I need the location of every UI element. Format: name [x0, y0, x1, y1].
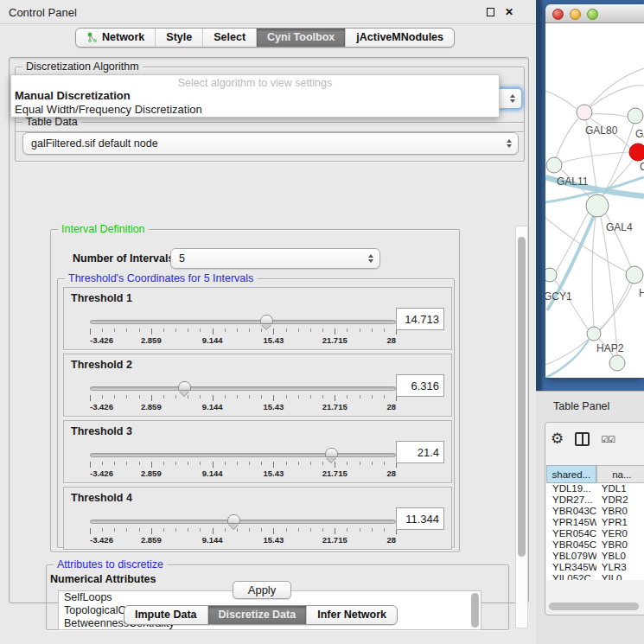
tab-label: Discretize Data [219, 609, 296, 621]
network-icon [86, 32, 98, 43]
cell[interactable]: YER054C [546, 528, 596, 539]
cell[interactable]: YDR2 [596, 494, 644, 506]
network-node-gal11[interactable] [546, 157, 562, 173]
tab-select[interactable]: Select [203, 29, 257, 47]
threshold-slider[interactable] [90, 320, 396, 325]
cell[interactable]: YBR043C [546, 506, 596, 517]
cell[interactable]: YPR1 [596, 517, 644, 528]
float-square-glyph [487, 8, 494, 16]
split-columns-icon[interactable] [575, 432, 590, 446]
cell[interactable]: YLR3 [596, 562, 644, 573]
cell[interactable]: YER0 [596, 528, 644, 539]
cell[interactable]: YBL079W [546, 551, 596, 562]
tick-label: -3.426 [90, 469, 113, 478]
threshold-value-field[interactable]: 6.316 [396, 374, 444, 397]
apply-button[interactable]: Apply [233, 581, 291, 599]
threshold-slider[interactable] [90, 453, 396, 458]
table-row[interactable]: YBR043CYBR0 [546, 506, 644, 517]
table-row[interactable]: YDR27...YDR2 [546, 494, 644, 506]
network-node-gal4[interactable] [586, 194, 609, 217]
table-row[interactable]: YIL052CYIL0 [546, 573, 644, 580]
slider-thumb[interactable] [227, 514, 240, 524]
table-row[interactable]: YPR145WYPR1 [546, 517, 644, 528]
tick-label: 28 [386, 469, 396, 478]
node-label: GA [635, 128, 644, 140]
tab-cyni-toolbox[interactable]: Cyni Toolbox [257, 29, 346, 47]
tick-label: 9.144 [202, 535, 223, 545]
cell[interactable]: YIL052C [546, 573, 596, 580]
cell[interactable]: YDL1 [596, 483, 644, 494]
scrollbar-thumb[interactable] [549, 603, 639, 610]
slider-thumb[interactable] [260, 315, 273, 324]
tab-jactivemnodules[interactable]: jActiveMNodules [346, 29, 454, 47]
popup-placeholder: Select algorithm to view settings [11, 75, 499, 89]
tick-label: 21.715 [322, 335, 348, 345]
scrollbar-thumb[interactable] [518, 237, 526, 557]
threshold-value-field[interactable]: 14.713 [396, 308, 444, 330]
cell[interactable]: YDR27... [546, 494, 596, 506]
threshold-value-field[interactable]: 11.344 [396, 507, 444, 530]
cell[interactable]: YBR0 [596, 539, 644, 551]
slider-track[interactable] [90, 386, 396, 391]
list-scrollbar-thumb[interactable] [471, 593, 479, 628]
column-header-shared-name[interactable]: shared... [546, 465, 596, 483]
slider-track[interactable] [90, 520, 396, 524]
cell[interactable]: YBR045C [546, 539, 596, 551]
numerical-attributes-label: Numerical Attributes [50, 573, 156, 585]
network-window-titlebar[interactable] [545, 4, 644, 23]
group-title: Table Data [22, 116, 81, 128]
tab-discretize-data[interactable]: Discretize Data [208, 606, 308, 624]
gear-icon[interactable]: ⚙ [551, 431, 564, 447]
tab-impute-data[interactable]: Impute Data [124, 606, 208, 624]
network-node-gal80[interactable] [577, 105, 592, 120]
checkbox-columns-icon[interactable]: ☑☑ [601, 435, 615, 444]
threshold-label: Threshold 4 [71, 492, 132, 504]
app-root: { "control_panel": { "title": "Control P… [0, 0, 644, 644]
network-canvas[interactable]: GAL80 GA C GAL11 GAL4 GCY1 H HAP2 [545, 23, 644, 378]
table-data-combobox[interactable]: galFiltered.sif default node [22, 132, 519, 155]
threshold-slider[interactable] [90, 520, 396, 525]
table-row[interactable]: YBR045CYBR0 [546, 539, 644, 551]
network-node-gcy1[interactable] [545, 268, 557, 282]
cell[interactable]: YLR345W [546, 562, 596, 573]
slider-thumb[interactable] [325, 448, 338, 457]
zoom-traffic-light-icon[interactable] [587, 9, 598, 20]
tick-label: 2.859 [141, 535, 162, 545]
number-of-intervals-combobox[interactable]: 5 [170, 248, 380, 269]
cell[interactable]: YDL19... [546, 483, 596, 494]
cell[interactable]: YBL0 [596, 551, 644, 562]
popup-item-manual-discretization[interactable]: Manual Discretization [11, 89, 499, 103]
network-node[interactable] [609, 355, 625, 371]
tab-style[interactable]: Style [156, 29, 203, 47]
threshold-slider[interactable] [90, 386, 396, 392]
close-traffic-light-icon[interactable] [552, 9, 564, 20]
combo-value: 5 [179, 252, 185, 265]
table-row[interactable]: YBL079WYBL0 [546, 551, 644, 562]
network-node[interactable] [628, 108, 643, 124]
tab-infer-network[interactable]: Infer Network [307, 606, 397, 624]
slider-thumb[interactable] [178, 381, 191, 391]
slider-track[interactable] [90, 320, 396, 324]
table-row[interactable]: YDL19...YDL1 [546, 483, 644, 494]
threshold-value-field[interactable]: 21.4 [396, 441, 444, 463]
table-row[interactable]: YLR345WYLR3 [546, 562, 644, 573]
minimize-traffic-light-icon[interactable] [570, 9, 581, 20]
column-header-name[interactable]: na... [596, 465, 644, 483]
slider-track[interactable] [90, 453, 396, 457]
network-node-selected-red[interactable] [629, 143, 644, 161]
vertical-scrollbar[interactable] [515, 226, 528, 628]
group-title: Threshold's Coordinates for 5 Intervals [65, 272, 257, 284]
network-nodes[interactable] [545, 105, 644, 371]
table-row[interactable]: YER054CYER0 [546, 528, 644, 539]
network-node-hap2[interactable] [587, 327, 601, 341]
tab-network[interactable]: Network [76, 29, 156, 47]
cell[interactable]: YBR0 [596, 506, 644, 517]
float-window-icon[interactable] [484, 7, 496, 19]
cell[interactable]: YPR145W [546, 517, 596, 528]
horizontal-scrollbar[interactable] [549, 603, 644, 612]
popup-item-equal-width-frequency[interactable]: Equal Width/Frequency Discretization [11, 103, 499, 117]
tick-label: 28 [386, 402, 396, 411]
cell[interactable]: YIL0 [596, 573, 644, 580]
close-icon[interactable]: ✕ [503, 7, 515, 19]
network-node-h[interactable] [626, 266, 643, 284]
